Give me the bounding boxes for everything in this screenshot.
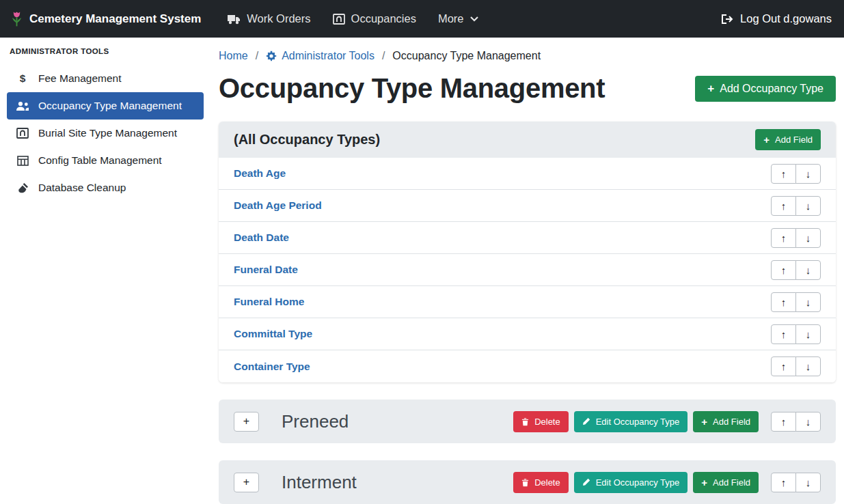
- section-title: Preneed: [282, 411, 349, 432]
- app-root: Cemetery Management System Work Orders: [0, 0, 844, 504]
- app-brand[interactable]: Cemetery Management System: [11, 10, 201, 28]
- page-title: Occupancy Type Management: [219, 73, 605, 104]
- truck-icon: [227, 14, 241, 25]
- add-field-label: Add Field: [713, 417, 750, 427]
- breadcrumb-home-link[interactable]: Home: [219, 50, 248, 62]
- move-down-button[interactable]: ↓: [795, 473, 821, 492]
- nav-more-label: More: [438, 12, 464, 25]
- move-down-button[interactable]: ↓: [795, 324, 821, 344]
- delete-label: Delete: [534, 417, 560, 427]
- add-occupancy-type-button[interactable]: + Add Occupancy Type: [695, 76, 836, 102]
- trash-icon: [521, 478, 529, 487]
- all-occupancy-types-card: (All Occupancy Types) + Add Field Death …: [219, 122, 836, 382]
- field-link[interactable]: Death Age: [234, 167, 286, 180]
- plus-icon: +: [763, 135, 770, 145]
- table-icon: [16, 156, 29, 166]
- sidebar-item-config-table-management[interactable]: Config Table Management: [7, 147, 204, 174]
- move-down-button[interactable]: ↓: [795, 164, 821, 184]
- occupancy-type-section-interment: + Interment Delete: [219, 460, 836, 504]
- reorder-group: ↑ ↓: [771, 164, 821, 184]
- add-field-label: Add Field: [713, 477, 750, 488]
- sidebar-item-label: Fee Management: [38, 72, 122, 85]
- add-field-label: Add Field: [775, 135, 813, 145]
- field-link[interactable]: Death Age Period: [234, 199, 322, 212]
- users-icon: [16, 101, 29, 111]
- add-field-button[interactable]: + Add Field: [693, 472, 759, 493]
- breadcrumb-separator: /: [382, 50, 385, 62]
- section-actions: Delete Edit Occupancy Type + Add Field: [513, 411, 821, 432]
- move-up-button[interactable]: ↑: [771, 164, 796, 184]
- primary-nav: Work Orders Occupancies More: [216, 12, 489, 25]
- move-up-button[interactable]: ↑: [771, 292, 796, 312]
- field-row: Death Age ↑ ↓: [219, 158, 836, 190]
- field-link[interactable]: Funeral Home: [234, 296, 304, 308]
- dollar-icon: $: [16, 72, 29, 85]
- all-occupancy-types-title: (All Occupancy Types): [234, 132, 380, 148]
- reorder-group: ↑ ↓: [771, 228, 821, 248]
- page-layout: Administrator Tools $ Fee Management Occ…: [0, 38, 844, 504]
- app-title: Cemetery Management System: [29, 12, 201, 26]
- nav-occupancies-label: Occupancies: [351, 12, 416, 25]
- reorder-group: ↑ ↓: [771, 292, 821, 312]
- move-down-button[interactable]: ↓: [795, 412, 821, 432]
- move-down-button[interactable]: ↓: [795, 292, 821, 312]
- logout-label: Log Out d.gowans: [740, 12, 832, 25]
- sidebar-item-occupancy-type-management[interactable]: Occupancy Type Management: [7, 92, 204, 120]
- sidebar-item-database-cleanup[interactable]: Database Cleanup: [7, 174, 204, 201]
- field-row: Funeral Date ↑ ↓: [219, 254, 836, 286]
- nav-occupancies[interactable]: Occupancies: [333, 12, 416, 25]
- headstone-icon: [16, 128, 29, 139]
- edit-occupancy-type-button[interactable]: Edit Occupancy Type: [574, 472, 688, 493]
- sidebar-item-burial-site-type-management[interactable]: Burial Site Type Management: [7, 120, 204, 147]
- pencil-icon: [582, 417, 590, 425]
- edit-occupancy-type-button[interactable]: Edit Occupancy Type: [574, 411, 688, 432]
- sidebar-item-fee-management[interactable]: $ Fee Management: [7, 65, 204, 92]
- sidebar-item-label: Burial Site Type Management: [38, 127, 177, 139]
- sidebar-item-label: Database Cleanup: [38, 182, 126, 194]
- field-row: Funeral Home ↑ ↓: [219, 286, 836, 318]
- field-link[interactable]: Committal Type: [234, 328, 312, 340]
- field-link[interactable]: Death Date: [234, 232, 289, 244]
- plus-icon: +: [701, 477, 707, 488]
- field-link[interactable]: Container Type: [234, 361, 310, 373]
- move-up-button[interactable]: ↑: [771, 324, 796, 344]
- pencil-icon: [582, 478, 590, 486]
- move-down-button[interactable]: ↓: [795, 356, 821, 376]
- sidebar-header: Administrator Tools: [7, 46, 204, 65]
- move-up-button[interactable]: ↑: [771, 412, 796, 432]
- breadcrumb: Home / Administrator Tools / Occupancy T…: [219, 50, 836, 62]
- move-down-button[interactable]: ↓: [795, 228, 821, 248]
- expand-section-button[interactable]: +: [234, 412, 259, 432]
- delete-section-button[interactable]: Delete: [513, 472, 569, 493]
- expand-section-button[interactable]: +: [234, 473, 259, 492]
- move-down-button[interactable]: ↓: [795, 260, 821, 280]
- move-up-button[interactable]: ↑: [771, 473, 796, 492]
- reorder-group: ↑ ↓: [771, 473, 821, 492]
- breadcrumb-separator: /: [256, 50, 258, 62]
- admin-tools-sidebar: Administrator Tools $ Fee Management Occ…: [0, 38, 210, 504]
- add-field-button[interactable]: + Add Field: [755, 129, 821, 150]
- title-row: Occupancy Type Management + Add Occupanc…: [219, 73, 836, 104]
- sidebar-item-label: Occupancy Type Management: [38, 100, 182, 112]
- nav-work-orders[interactable]: Work Orders: [227, 12, 310, 25]
- flower-logo-icon: [11, 10, 23, 28]
- move-up-button[interactable]: ↑: [771, 196, 796, 216]
- move-down-button[interactable]: ↓: [795, 196, 821, 216]
- breadcrumb-current: Occupancy Type Management: [392, 50, 541, 62]
- logout-link[interactable]: Log Out d.gowans: [721, 12, 832, 25]
- delete-section-button[interactable]: Delete: [513, 411, 569, 432]
- breadcrumb-home-label: Home: [219, 50, 248, 62]
- move-up-button[interactable]: ↑: [771, 260, 796, 280]
- all-occupancy-types-header: (All Occupancy Types) + Add Field: [219, 122, 836, 158]
- occupancies-icon: [333, 14, 345, 25]
- nav-more[interactable]: More: [438, 12, 478, 25]
- field-link[interactable]: Funeral Date: [234, 264, 298, 276]
- section-actions: Delete Edit Occupancy Type + Add Field: [513, 472, 821, 493]
- move-up-button[interactable]: ↑: [771, 228, 796, 248]
- breadcrumb-admin-tools-link[interactable]: Administrator Tools: [266, 50, 375, 62]
- reorder-group: ↑ ↓: [771, 260, 821, 280]
- add-field-button[interactable]: + Add Field: [693, 411, 759, 432]
- edit-label: Edit Occupancy Type: [596, 477, 680, 488]
- move-up-button[interactable]: ↑: [771, 356, 796, 376]
- reorder-group: ↑ ↓: [771, 324, 821, 344]
